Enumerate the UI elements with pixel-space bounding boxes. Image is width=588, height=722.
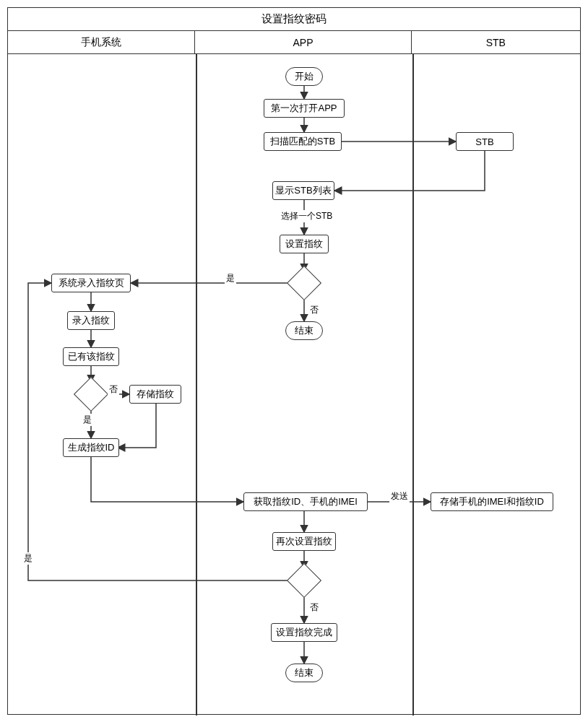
node-fp-done: 设置指纹完成 xyxy=(271,623,337,642)
label-yes-3: 是 xyxy=(22,552,34,565)
node-stb: STB xyxy=(456,132,514,151)
node-store-ids: 存储手机的IMEI和指纹ID xyxy=(431,492,553,511)
label-no-3: 否 xyxy=(108,383,119,396)
lanes-body: 开始 第一次打开APP 扫描匹配的STB 显示STB列表 选择一个STB 设置指… xyxy=(8,54,580,716)
label-send: 发送 xyxy=(389,490,410,503)
node-get-ids: 获取指纹ID、手机的IMEI xyxy=(243,492,368,511)
node-show-list: 显示STB列表 xyxy=(272,181,334,200)
decision-set-again xyxy=(287,563,321,598)
node-end-1: 结束 xyxy=(285,321,323,340)
decision-set-fp xyxy=(287,266,321,300)
lane-header-app: APP xyxy=(195,31,411,53)
node-set-again: 再次设置指纹 xyxy=(272,532,336,551)
node-sys-page: 系统录入指纹页 xyxy=(51,274,131,292)
swimlane-container: 设置指纹密码 手机系统 APP STB xyxy=(7,7,581,715)
node-store-fp: 存储指纹 xyxy=(129,385,181,404)
decision-has-fp xyxy=(74,377,108,412)
node-set-fp: 设置指纹 xyxy=(280,235,329,253)
node-input-fp: 录入指纹 xyxy=(67,311,115,330)
label-yes-2: 是 xyxy=(82,414,93,426)
lane-header-stb: STB xyxy=(412,31,580,53)
label-select-one: 选择一个STB xyxy=(280,210,334,222)
lane-divider-2 xyxy=(412,54,414,716)
node-gen-id: 生成指纹ID xyxy=(63,438,119,457)
node-end-2: 结束 xyxy=(285,664,323,682)
node-scan-stb: 扫描匹配的STB xyxy=(264,132,342,151)
node-has-fp: 已有该指纹 xyxy=(63,347,119,366)
node-start: 开始 xyxy=(285,67,323,86)
node-first-open: 第一次打开APP xyxy=(264,99,345,118)
lane-header-phone: 手机系统 xyxy=(8,31,195,53)
lane-divider-1 xyxy=(196,54,197,716)
label-no-2: 否 xyxy=(308,601,320,614)
label-no-1: 否 xyxy=(308,304,320,316)
label-yes-1: 是 xyxy=(225,272,236,284)
lane-headers: 手机系统 APP STB xyxy=(8,31,580,54)
diagram-title: 设置指纹密码 xyxy=(8,8,580,31)
